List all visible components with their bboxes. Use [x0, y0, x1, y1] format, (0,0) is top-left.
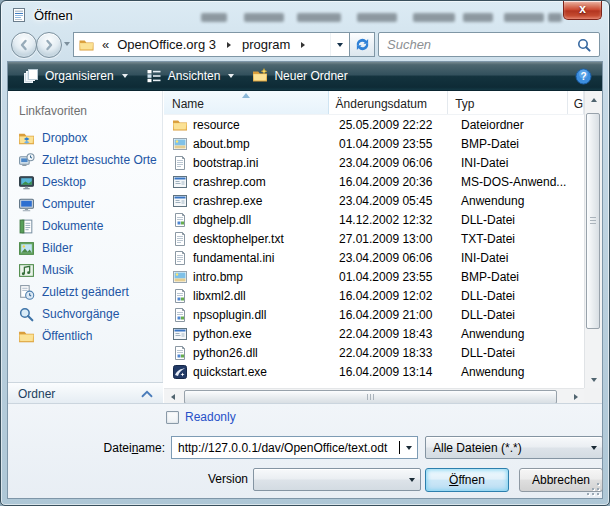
- breadcrumb[interactable]: « OpenOffice.org 3 program: [73, 32, 350, 57]
- file-name-cell: dbghelp.dll: [164, 212, 332, 228]
- filename-dropdown-button[interactable]: [400, 437, 417, 458]
- vertical-scrollbar[interactable]: [584, 91, 602, 388]
- app-icon: [172, 174, 188, 190]
- table-row[interactable]: bootstrap.ini 23.04.2009 06:06 INI-Datei: [164, 153, 584, 172]
- table-row[interactable]: desktophelper.txt 27.01.2009 13:00 TXT-D…: [164, 229, 584, 248]
- organize-button[interactable]: Organisieren: [14, 65, 137, 88]
- filename-combobox[interactable]: http://127.0.0.1/dav/OpenOffice/text.odt: [171, 436, 418, 459]
- file-type-cell: DLL-Datei: [454, 289, 576, 303]
- sidebar-item[interactable]: Öffentlich: [8, 325, 162, 347]
- folder-icon: [78, 37, 95, 53]
- titlebar[interactable]: Öffnen x: [1, 1, 609, 30]
- history-dropdown[interactable]: [64, 42, 70, 46]
- forward-button[interactable]: [36, 32, 62, 58]
- version-dropdown-button[interactable]: [403, 469, 420, 490]
- table-row[interactable]: python.exe 22.04.2009 18:43 Anwendung: [164, 324, 584, 343]
- text-file-icon: [172, 231, 188, 247]
- file-name: crashrep.com: [193, 175, 266, 189]
- file-name-cell: resource: [164, 117, 332, 133]
- breadcrumb-item[interactable]: program: [239, 37, 293, 52]
- sidebar-item[interactable]: Suchvorgänge: [8, 303, 162, 325]
- open-button[interactable]: Öffnen: [425, 468, 509, 492]
- sidebar-item[interactable]: Dokumente: [8, 215, 162, 237]
- table-row[interactable]: fundamental.ini 23.04.2009 06:06 INI-Dat…: [164, 248, 584, 267]
- file-name-cell: about.bmp: [164, 136, 332, 152]
- scroll-down-button[interactable]: [585, 371, 602, 388]
- file-name-cell: libxml2.dll: [164, 288, 332, 304]
- sidebar-item[interactable]: Computer: [8, 193, 162, 215]
- table-row[interactable]: intro.bmp 01.04.2009 23:55 BMP-Datei: [164, 267, 584, 286]
- readonly-label[interactable]: Readonly: [185, 410, 236, 424]
- table-row[interactable]: python26.dll 22.04.2009 18:33 DLL-Datei: [164, 343, 584, 362]
- column-header-type[interactable]: Typ: [448, 91, 568, 114]
- resize-grip[interactable]: [587, 483, 599, 495]
- file-type-cell: DLL-Datei: [454, 308, 576, 322]
- new-folder-button[interactable]: Neuer Ordner: [243, 65, 356, 88]
- refresh-button[interactable]: [350, 32, 375, 57]
- column-header-name[interactable]: Name: [164, 91, 329, 114]
- file-name: bootstrap.ini: [193, 156, 258, 170]
- version-label: Version: [8, 472, 248, 486]
- back-button[interactable]: [11, 32, 37, 58]
- file-date-cell: 16.04.2009 13:14: [332, 365, 454, 379]
- file-type-cell: INI-Datei: [454, 156, 576, 170]
- folder-icon: [172, 117, 188, 133]
- background-window-ghost: [548, 13, 562, 22]
- file-date-cell: 25.05.2009 22:22: [332, 118, 454, 132]
- sidebar-item[interactable]: Bilder: [8, 237, 162, 259]
- chevron-down-icon: [122, 74, 128, 78]
- dll-file-icon: [172, 345, 188, 361]
- vertical-scroll-thumb[interactable]: [586, 113, 600, 329]
- file-date-cell: 16.04.2009 21:00: [332, 308, 454, 322]
- version-combobox[interactable]: [253, 468, 421, 491]
- sidebar-item-label: Musik: [42, 263, 73, 277]
- table-row[interactable]: crashrep.com 16.04.2009 20:36 MS-DOS-Anw…: [164, 172, 584, 191]
- organize-icon: [23, 68, 39, 84]
- breadcrumb-separator-icon[interactable]: [227, 42, 231, 48]
- close-button[interactable]: x: [563, 1, 602, 20]
- file-name-cell: intro.bmp: [164, 269, 332, 285]
- breadcrumb-item[interactable]: OpenOffice.org 3: [114, 37, 219, 52]
- views-button[interactable]: Ansichten: [137, 65, 244, 88]
- breadcrumb-separator-icon[interactable]: [301, 42, 305, 48]
- address-dropdown[interactable]: [330, 33, 349, 56]
- sidebar-item[interactable]: Dropbox: [8, 127, 162, 149]
- column-header-size[interactable]: G: [568, 91, 584, 114]
- desktop-icon: [18, 174, 35, 191]
- sidebar-item[interactable]: Zuletzt geändert: [8, 281, 162, 303]
- table-row[interactable]: about.bmp 01.04.2009 23:55 BMP-Datei: [164, 134, 584, 153]
- sidebar-item-label: Dropbox: [42, 131, 87, 145]
- svg-text:?: ?: [580, 71, 586, 82]
- table-row[interactable]: crashrep.exe 23.04.2009 05:45 Anwendung: [164, 191, 584, 210]
- filename-value[interactable]: http://127.0.0.1/dav/OpenOffice/text.odt: [172, 441, 399, 455]
- column-header-date[interactable]: Änderungsdatum: [329, 91, 449, 114]
- scroll-up-button[interactable]: [585, 91, 602, 108]
- table-row[interactable]: quickstart.exe 16.04.2009 13:14 Anwendun…: [164, 362, 584, 381]
- table-row[interactable]: resource 25.05.2009 22:22 Dateiordner: [164, 115, 584, 134]
- file-name: crashrep.exe: [193, 194, 262, 208]
- folders-expander[interactable]: Ordner: [8, 382, 163, 405]
- file-name: fundamental.ini: [193, 251, 274, 265]
- sidebar-item[interactable]: Musik: [8, 259, 162, 281]
- file-date-cell: 27.01.2009 13:00: [332, 232, 454, 246]
- horizontal-scroll-thumb[interactable]: [184, 390, 557, 404]
- sidebar-item-label: Bilder: [42, 241, 73, 255]
- text-file-icon: [172, 250, 188, 266]
- sidebar-item[interactable]: Zuletzt besuchte Orte: [8, 149, 162, 171]
- background-window-ghost: [201, 13, 227, 22]
- table-row[interactable]: dbghelp.dll 14.12.2002 12:32 DLL-Datei: [164, 210, 584, 229]
- readonly-checkbox[interactable]: [166, 411, 179, 424]
- file-name-cell: crashrep.com: [164, 174, 332, 190]
- background-window-ghost: [357, 13, 397, 22]
- searches-icon: [18, 306, 35, 323]
- table-row[interactable]: libxml2.dll 16.04.2009 12:02 DLL-Datei: [164, 286, 584, 305]
- filetype-dropdown-button[interactable]: [585, 437, 602, 458]
- file-date-cell: 01.04.2009 23:55: [332, 137, 454, 151]
- sidebar-item[interactable]: Desktop: [8, 171, 162, 193]
- breadcrumb-collapsed[interactable]: «: [102, 37, 109, 52]
- search-input[interactable]: [380, 34, 573, 55]
- filetype-combobox[interactable]: Alle Dateien (*.*): [425, 436, 603, 459]
- column-headers: Name Änderungsdatum Typ G: [164, 91, 584, 115]
- help-icon[interactable]: ?: [575, 68, 592, 85]
- table-row[interactable]: npsoplugin.dll 16.04.2009 21:00 DLL-Date…: [164, 305, 584, 324]
